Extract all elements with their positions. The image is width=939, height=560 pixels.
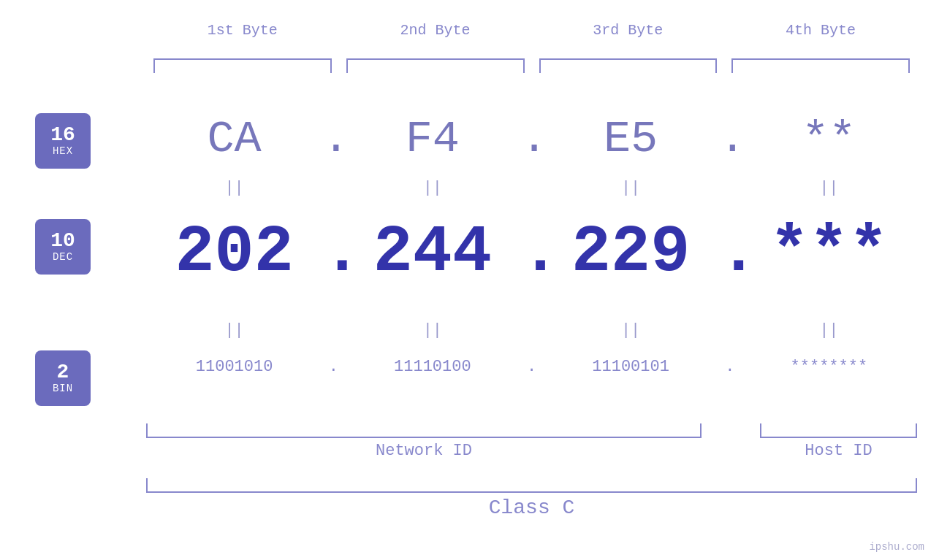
hex-byte-2: F4 — [344, 113, 520, 165]
badge-bin-label: BIN — [53, 383, 73, 395]
badge-hex-label: HEX — [53, 145, 73, 158]
hex-dot-3: . — [719, 113, 741, 165]
bin-dot-3: . — [719, 358, 741, 376]
dec-byte-3: 229 — [543, 215, 719, 290]
bin-dot-1: . — [322, 358, 344, 376]
badge-dec-label: DEC — [53, 251, 73, 264]
badge-hex-num: 16 — [50, 125, 75, 145]
bracket-row — [146, 58, 917, 73]
dec-dot-2: . — [521, 215, 543, 290]
hex-byte-3: E5 — [543, 113, 719, 165]
bin-dot-2: . — [521, 358, 543, 376]
class-c-label: Class C — [146, 496, 917, 519]
eq-sym-1: || — [146, 179, 322, 197]
bracket-4 — [731, 58, 910, 73]
dec-row: 202 . 244 . 229 . *** — [146, 215, 917, 290]
eq-row-hex: || || || || — [146, 179, 917, 197]
hex-dot-2: . — [521, 113, 543, 165]
dec-byte-4: *** — [741, 215, 917, 290]
col-header-2: 2nd Byte — [339, 22, 532, 39]
bracket-2 — [346, 58, 525, 73]
network-id-label: Network ID — [146, 442, 702, 460]
bin-byte-1: 11001010 — [146, 358, 322, 376]
bin-byte-3: 11100101 — [543, 358, 719, 376]
eq-sym-dec-1: || — [146, 321, 322, 340]
badge-dec: 10 DEC — [35, 219, 91, 275]
dec-byte-1: 202 — [146, 215, 322, 290]
watermark: ipshu.com — [869, 541, 924, 553]
col-header-3: 3rd Byte — [532, 22, 725, 39]
class-bracket — [146, 478, 917, 493]
badge-hex: 16 HEX — [35, 113, 91, 169]
eq-sym-dec-2: || — [344, 321, 520, 340]
network-bracket — [146, 423, 702, 438]
bracket-1 — [153, 58, 332, 73]
hex-dot-1: . — [322, 113, 344, 165]
col-header-4: 4th Byte — [724, 22, 917, 39]
eq-sym-3: || — [543, 179, 719, 197]
hex-row: CA . F4 . E5 . ** — [146, 113, 917, 165]
host-id-label: Host ID — [760, 442, 917, 460]
eq-sym-dec-3: || — [543, 321, 719, 340]
host-bracket — [760, 423, 917, 438]
bracket-3 — [539, 58, 718, 73]
badge-dec-num: 10 — [50, 231, 75, 251]
bin-byte-2: 11110100 — [344, 358, 520, 376]
dec-dot-1: . — [322, 215, 344, 290]
col-header-1: 1st Byte — [146, 22, 339, 39]
hex-byte-1: CA — [146, 113, 322, 165]
bin-row: 11001010 . 11110100 . 11100101 . *******… — [146, 358, 917, 376]
dec-dot-3: . — [719, 215, 741, 290]
page: 16 HEX 10 DEC 2 BIN 1st Byte 2nd Byte 3r… — [0, 0, 939, 560]
badge-bin-num: 2 — [57, 362, 69, 383]
eq-sym-2: || — [344, 179, 520, 197]
eq-sym-dec-4: || — [741, 321, 917, 340]
bin-byte-4: ******** — [741, 358, 917, 376]
eq-row-dec: || || || || — [146, 321, 917, 340]
eq-sym-4: || — [741, 179, 917, 197]
hex-byte-4: ** — [741, 113, 917, 165]
column-headers: 1st Byte 2nd Byte 3rd Byte 4th Byte — [146, 22, 917, 39]
badge-bin: 2 BIN — [35, 350, 91, 406]
dec-byte-2: 244 — [344, 215, 520, 290]
